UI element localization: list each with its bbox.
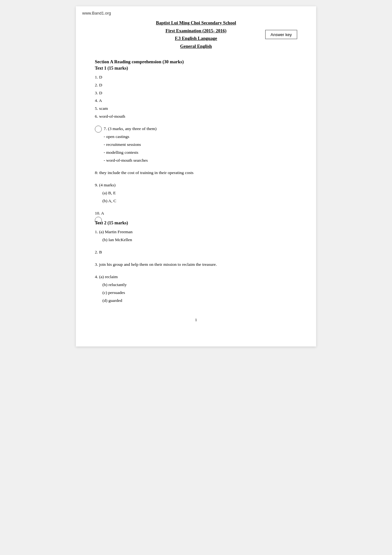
header-line4: General English [95, 42, 297, 50]
q7-item4: - word-of-mouth searches [104, 157, 297, 165]
q6-answer: 6. word-of-mouth [95, 113, 297, 121]
q10-block [104, 217, 297, 221]
text2-q2: 2. B [95, 248, 297, 256]
q4-answer: 4. A [95, 97, 297, 105]
text2-q3: 3. join his group and help them on their… [95, 261, 297, 269]
section-a-title: Section A Reading comprehension (30 mark… [95, 59, 297, 65]
q9b-answer: (b) A, C [102, 197, 297, 205]
q9-label: 9. (4 marks) [95, 181, 297, 189]
exam-page: www.Band1.org Baptist Lui Ming Choi Seco… [76, 6, 316, 346]
page-number: 1 [95, 317, 297, 322]
text2-q4d: (d) guarded [102, 297, 297, 305]
watermark: www.Band1.org [82, 11, 111, 16]
q5-answer: 5. scam [95, 105, 297, 113]
q2-answer: 2. D [95, 81, 297, 89]
q8-answer: 8: they include the cost of training in … [95, 169, 297, 177]
q7-block: 7. (3 marks, any three of them) - open c… [104, 125, 297, 165]
text1-title: Text 1 (15 marks) [95, 66, 297, 71]
q7-item2: - recruitment sessions [104, 141, 297, 149]
text2-title: Text 2 (15 marks) [95, 221, 297, 226]
q7-item1: - open castings [104, 133, 297, 141]
header-line1: Baptist Lui Ming Choi Secondary School [95, 19, 297, 27]
text2-q4c: (c) persuades [102, 289, 297, 297]
q10-answer: 10. A [95, 209, 297, 217]
q9a-answer: (a) B, E [102, 189, 297, 197]
page-header: Baptist Lui Ming Choi Secondary School F… [95, 19, 297, 50]
text2-q1b: (b) Ian McKellen [102, 236, 297, 244]
text2-q4a: 4. (a) reclaim [95, 273, 297, 281]
q7-circle-marker [95, 126, 102, 133]
text2-q1a: 1. (a) Martin Freeman [95, 228, 297, 236]
q1-answer: 1. D [95, 73, 297, 81]
answer-key-box: Answer key [265, 30, 297, 39]
q10-circle-marker [95, 217, 102, 224]
q7-label: 7. (3 marks, any three of them) [104, 125, 297, 133]
text2-q4b: (b) reluctantly [102, 281, 297, 289]
q7-item3: - modelling contests [104, 149, 297, 157]
q3-answer: 3. D [95, 89, 297, 97]
